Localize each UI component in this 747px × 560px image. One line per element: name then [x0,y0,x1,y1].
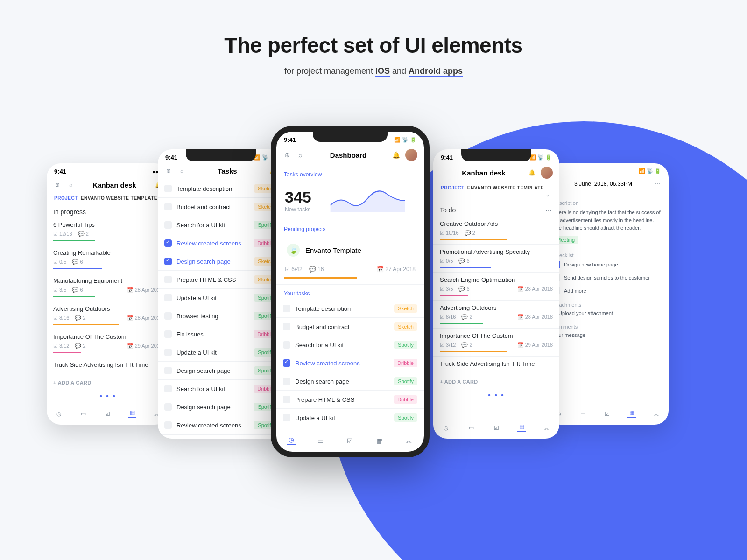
task-row[interactable]: Browser testing Spotify [158,307,284,325]
kanban-card[interactable]: Promotional Advertising Specialty ☑ 0/5💬… [433,245,559,273]
checkbox[interactable] [164,403,172,411]
tab-bar: ◷ ▭ ☑ ▦ ︽ [276,431,424,452]
pending-project[interactable]: 🍃 Envanto Template [284,237,416,263]
tab-kanban-icon[interactable]: ▦ [375,437,384,445]
task-row[interactable]: Search for a UI kit Spotify [158,216,284,234]
checkbox[interactable] [164,330,172,338]
add-card-button[interactable]: + ADD A CARD [47,375,169,390]
checkbox[interactable] [164,185,172,192]
task-row[interactable]: Design search page Spotify [158,362,284,380]
kanban-card[interactable]: Importance Of The Custom ☑ 3/12💬 2📅 29 A… [433,329,559,357]
kanban-list: Creative Outdoor Ads ☑ 10/16💬 2 Promotio… [433,217,559,374]
task-row[interactable]: Update a UI kit Spotify [158,289,284,307]
search-icon[interactable]: ⌕ [177,167,186,175]
add-icon[interactable]: ⊕ [53,181,62,189]
checkbox[interactable] [164,294,172,301]
tab-projects-icon[interactable]: ▭ [467,424,475,432]
tab-more-icon[interactable]: ︽ [652,410,661,418]
task-row[interactable]: Template description Sketch [276,300,424,318]
checkbox[interactable] [164,258,172,265]
upload-attachment[interactable]: ⊕ Upload your attachment [553,308,662,319]
kanban-card[interactable]: Manufacturing Equipment ☑ 3/5💬 6📅 28 Apr… [47,273,169,301]
checkbox[interactable] [164,367,172,374]
avatar[interactable] [541,167,553,179]
more-icon[interactable]: ⋯ [654,180,662,188]
checkbox[interactable] [164,221,172,229]
task-row[interactable]: Review created screens Spotify [158,416,284,434]
tab-more-icon[interactable]: ︽ [543,424,551,432]
checklist-item[interactable]: Send design samples to the customer [553,271,662,284]
kanban-card[interactable]: Importance Of The Custom ☑ 3/12💬 2📅 29 A… [47,329,169,357]
task-row[interactable]: Update a UI kit Spotify [158,343,284,362]
checkbox[interactable] [164,349,172,356]
tab-dashboard-icon[interactable]: ◷ [55,410,63,418]
more-icon[interactable]: ⋯ [544,206,553,215]
task-row[interactable]: Prepare HTML & CSS Dribble [276,391,424,409]
kanban-card[interactable]: 6 Powerful Tips ☑ 12/16💬 2 [47,217,169,245]
checklist-item[interactable]: Add more [553,284,662,297]
task-row[interactable]: Template description Sketch [158,180,284,198]
checkbox[interactable] [164,203,172,210]
tab-kanban-icon[interactable]: ▦ [128,410,136,418]
task-row[interactable]: Fix issues Dribble [158,325,284,343]
kanban-card[interactable]: Advertising Outdoors ☑ 8/16💬 2📅 28 Apr 2… [433,301,559,329]
comment-input[interactable]: Your message [553,329,662,341]
task-row[interactable]: Budget and contract Sketch [158,198,284,216]
checklist-item[interactable]: Design new home page [553,258,662,271]
add-card-button[interactable]: + ADD A CARD [433,374,559,389]
tab-kanban-icon[interactable]: ▦ [627,410,636,418]
task-row[interactable]: Budget and contract Sketch [276,318,424,336]
checkbox[interactable] [283,359,290,367]
checkbox[interactable] [164,385,172,392]
kanban-card[interactable]: Search Engine Optimization ☑ 3/5💬 6📅 28 … [433,273,559,301]
bell-icon[interactable]: 🔔 [528,168,536,177]
tab-tasks-icon[interactable]: ☑ [492,424,500,432]
tab-projects-icon[interactable]: ▭ [317,437,325,445]
tab-tasks-icon[interactable]: ☑ [603,410,612,418]
task-row[interactable]: Design search page Sketch [158,252,284,271]
checkbox[interactable] [164,421,172,429]
tab-projects-icon[interactable]: ▭ [579,410,587,418]
task-row[interactable]: Review created screens Dribble [158,234,284,252]
task-row[interactable]: Design search page Spotify [276,372,424,391]
checkbox[interactable] [283,378,290,385]
task-row[interactable]: Design search page Spotify [158,398,284,416]
checkbox[interactable] [164,276,172,283]
search-icon[interactable]: ⌕ [296,151,304,159]
add-icon[interactable]: ⊕ [283,151,291,159]
task-row[interactable]: Search for a UI kit Spotify [276,336,424,354]
card-title: Truck Side Advertising Isn T It Time [440,360,553,367]
task-row[interactable]: Review created screens Dribble [276,354,424,372]
checkbox[interactable] [283,305,290,312]
checkbox[interactable] [164,239,172,247]
kanban-card[interactable]: Truck Side Advertising Isn T It Time [433,357,559,374]
task-row[interactable]: Update a UI kit Spotify [276,409,424,427]
task-row[interactable]: Prepare HTML & CSS Sketch [158,271,284,289]
tab-dashboard-icon[interactable]: ◷ [287,437,296,445]
chevron-down-icon[interactable]: ⌄ [543,190,552,199]
tab-tasks-icon[interactable]: ☑ [346,437,354,445]
ios-link[interactable]: iOS [375,66,390,77]
tab-dashboard-icon[interactable]: ◷ [442,424,450,432]
tab-kanban-icon[interactable]: ▦ [517,424,526,432]
checkbox[interactable] [283,341,290,349]
checkbox[interactable] [283,323,290,330]
android-link[interactable]: Android apps [409,66,463,77]
checkbox[interactable] [164,312,172,320]
tab-more-icon[interactable]: ︽ [405,437,413,445]
task-row[interactable]: Search for a UI kit Dribble [158,380,284,398]
add-icon[interactable]: ⊕ [164,167,173,175]
kanban-card[interactable]: Truck Side Advertising Isn T It Time [47,357,169,375]
avatar[interactable] [405,149,417,161]
tab-projects-icon[interactable]: ▭ [79,410,88,418]
search-icon[interactable]: ⌕ [66,181,75,189]
kanban-card[interactable]: Creating Remarkable ☑ 0/5💬 6 [47,245,169,273]
bell-icon[interactable]: 🔔 [392,151,401,159]
kanban-card[interactable]: Creative Outdoor Ads ☑ 10/16💬 2 [433,217,559,245]
card-date: 📅 28 Apr 2018 [517,286,553,292]
tab-tasks-icon[interactable]: ☑ [104,410,112,418]
kanban-card[interactable]: Advertising Outdoors ☑ 8/16💬 2📅 28 Apr 2… [47,301,169,329]
checkbox[interactable] [283,414,290,421]
checkbox[interactable] [283,396,290,403]
project-label: PROJECT [441,185,465,190]
